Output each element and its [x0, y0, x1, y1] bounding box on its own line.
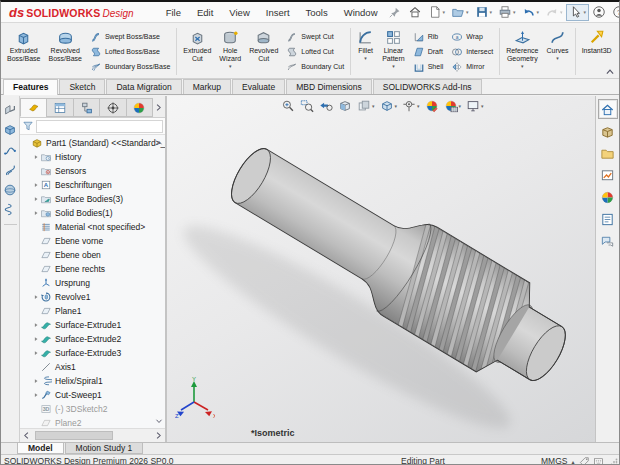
tree-item-sensors[interactable]: Sensors: [20, 164, 165, 178]
panel-tab-displaymanager[interactable]: [126, 98, 153, 117]
dropdown-icon[interactable]: ▾: [481, 103, 484, 109]
tree-item-plane2[interactable]: Plane2: [20, 416, 165, 428]
tree-filter-input[interactable]: [36, 120, 163, 133]
select-tool-button[interactable]: ▾: [566, 4, 590, 21]
panel-tab-dimxpertmanager[interactable]: [99, 98, 126, 117]
hide-show-items-button[interactable]: ▾: [400, 97, 422, 115]
tree-item-part1-standard-standard-anz[interactable]: Part1 (Standard) <<Standard>_Anz: [20, 136, 165, 150]
tab-model[interactable]: Model: [17, 443, 64, 454]
dropdown-icon[interactable]: ▾: [513, 9, 516, 15]
spline-button[interactable]: [2, 140, 19, 160]
expand-arrow-icon[interactable]: [31, 294, 40, 300]
design-library-button[interactable]: [598, 121, 618, 141]
zoom-to-fit-button[interactable]: [279, 97, 297, 115]
solidworks-forum-button[interactable]: [598, 231, 618, 251]
tree-item-material-not-specified[interactable]: Material <not specified>: [20, 220, 165, 234]
ribbon-revolved-cut-button[interactable]: RevolvedCut: [245, 26, 282, 77]
quick-tips-icon[interactable]: [593, 456, 604, 465]
redo-button[interactable]: ▾: [542, 4, 566, 21]
expand-arrow-icon[interactable]: [31, 378, 40, 384]
view-settings-button[interactable]: ▾: [464, 97, 486, 115]
ribbon-boundary-boss-base-button[interactable]: Boundary Boss/Base: [86, 59, 174, 74]
scroll-right-icon[interactable]: [152, 430, 165, 442]
undo-button[interactable]: ▾: [519, 4, 543, 21]
ribbon-swept-boss-base-button[interactable]: Swept Boss/Base: [86, 29, 174, 44]
tree-horizontal-scrollbar[interactable]: [20, 428, 165, 442]
tree-item-surface-bodies-3[interactable]: Surface Bodies(3): [20, 192, 165, 206]
home-button[interactable]: [405, 4, 425, 21]
tab-sketch[interactable]: Sketch: [59, 79, 105, 94]
file-explorer-button[interactable]: [598, 143, 618, 163]
section-view-button[interactable]: [336, 97, 354, 115]
ribbon-extruded-boss-base-button[interactable]: ExtrudedBoss/Base: [3, 26, 44, 77]
tree-item-ebene-oben[interactable]: Ebene oben: [20, 248, 165, 262]
ribbon-reference-geometry-button[interactable]: ReferenceGeometry▾: [502, 26, 542, 77]
tree-item-surface-extrude3[interactable]: Surface-Extrude3: [20, 346, 165, 360]
new-document-button[interactable]: ▾: [425, 4, 449, 21]
ribbon-lofted-boss-base-button[interactable]: Lofted Boss/Base: [86, 44, 174, 59]
tree-item-surface-extrude2[interactable]: Surface-Extrude2: [20, 332, 165, 346]
ribbon-intersect-button[interactable]: Intersect: [447, 44, 497, 59]
menu-insert[interactable]: Insert: [258, 4, 298, 21]
menu-view[interactable]: View: [221, 4, 257, 21]
scrollbar-thumb[interactable]: [35, 431, 113, 440]
tab-data-migration[interactable]: Data Migration: [106, 79, 181, 94]
tree-item-beschriftungen[interactable]: ABeschriftungen: [20, 178, 165, 192]
dropdown-icon[interactable]: ▾: [229, 64, 232, 69]
tree-item-ebene-rechts[interactable]: Ebene rechts: [20, 262, 165, 276]
menu-file[interactable]: File: [158, 4, 189, 21]
ribbon-curves-button[interactable]: Curves▾: [542, 26, 572, 77]
tab-markup[interactable]: Markup: [183, 79, 231, 94]
dropdown-icon[interactable]: ▾: [459, 103, 462, 109]
menu-window[interactable]: Window: [336, 4, 386, 21]
tree-item-ursprung[interactable]: Ursprung: [20, 276, 165, 290]
open-document-button[interactable]: ▾: [448, 4, 472, 21]
dropdown-icon[interactable]: ▾: [556, 56, 559, 61]
ribbon-revolved-boss-base-button[interactable]: RevolvedBoss/Base: [44, 26, 85, 77]
tree-item-plane1[interactable]: Plane1: [20, 304, 165, 318]
dropdown-icon[interactable]: ▾: [443, 9, 446, 15]
solid-cube-button[interactable]: [2, 120, 19, 140]
help-icon[interactable]: ?: [612, 5, 620, 19]
sphere-button[interactable]: [2, 180, 19, 200]
expand-arrow-icon[interactable]: [31, 210, 40, 216]
ribbon-rib-button[interactable]: Rib: [409, 29, 448, 44]
ribbon-shell-button[interactable]: Shell: [409, 59, 448, 74]
dropdown-icon[interactable]: ▾: [392, 64, 395, 69]
ribbon-boundary-cut-button[interactable]: Boundary Cut: [282, 59, 348, 74]
tree-item-revolve1[interactable]: Revolve1: [20, 290, 165, 304]
account-icon[interactable]: [592, 5, 606, 19]
tab-features[interactable]: Features: [3, 79, 58, 95]
dropdown-icon[interactable]: ▾: [490, 9, 493, 15]
graphics-area[interactable]: ▾▾▾▾▾ Y X Z *Isometric: [167, 96, 597, 442]
helix-button[interactable]: [2, 160, 19, 180]
tab-motion-study-1[interactable]: Motion Study 1: [65, 443, 144, 454]
ribbon-swept-cut-button[interactable]: Swept Cut: [282, 29, 348, 44]
tab-solidworks-add-ins[interactable]: SOLIDWORKS Add-Ins: [373, 79, 482, 94]
dropdown-icon[interactable]: ▾: [466, 9, 469, 15]
resize-grip[interactable]: [610, 458, 618, 465]
panel-tabs-overflow[interactable]: [152, 98, 165, 117]
dropdown-icon[interactable]: ▾: [584, 9, 587, 15]
zoom-to-area-button[interactable]: [298, 97, 316, 115]
tree-item-ebene-vorne[interactable]: Ebene vorne: [20, 234, 165, 248]
tree-scroll-down[interactable]: [154, 416, 164, 426]
tree-item-solid-bodies-1[interactable]: Solid Bodies(1): [20, 206, 165, 220]
tree-item-surface-extrude1[interactable]: Surface-Extrude1: [20, 318, 165, 332]
ribbon-lofted-cut-button[interactable]: Lofted Cut: [282, 44, 348, 59]
dropdown-icon[interactable]: ▾: [417, 103, 420, 109]
ribbon-wrap-button[interactable]: aWrap: [447, 29, 497, 44]
expand-arrow-icon[interactable]: [31, 196, 40, 202]
tab-evaluate[interactable]: Evaluate: [232, 79, 285, 94]
expand-arrow-icon[interactable]: [31, 336, 40, 342]
ribbon-fillet-button[interactable]: Fillet▾: [353, 26, 378, 77]
menu-edit[interactable]: Edit: [189, 4, 221, 21]
pin-menu-icon[interactable]: [388, 6, 401, 19]
solidworks-resources-button[interactable]: [598, 99, 618, 119]
sheet-metal-button[interactable]: [2, 100, 19, 120]
view-palette-button[interactable]: [598, 165, 618, 185]
tree-item-cut-sweep1[interactable]: Cut-Sweep1: [20, 388, 165, 402]
panel-tab-propertymanager[interactable]: [46, 98, 73, 117]
dropdown-icon[interactable]: ▾: [521, 64, 524, 69]
tree-scroll-up[interactable]: [154, 138, 164, 148]
